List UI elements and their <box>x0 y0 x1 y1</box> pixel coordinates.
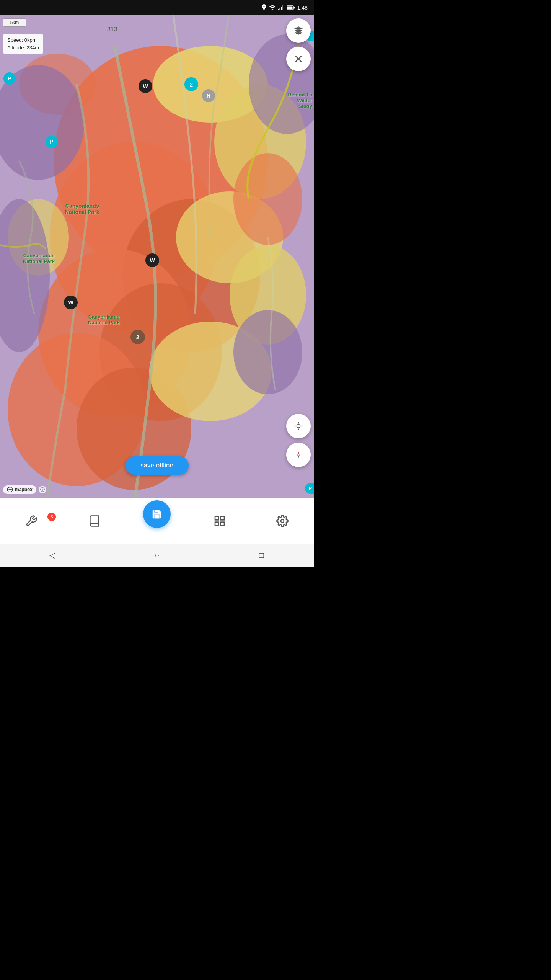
nav-item-collections[interactable] <box>188 511 251 531</box>
cluster-marker-2[interactable]: 2 <box>130 330 145 344</box>
park-marker-p-2[interactable]: P <box>46 136 58 148</box>
svg-point-23 <box>233 153 302 245</box>
bottom-nav: 3 <box>0 498 314 544</box>
tools-badge: 3 <box>47 513 56 521</box>
collections-icon <box>214 515 226 527</box>
signal-icon <box>278 5 284 10</box>
svg-rect-46 <box>215 516 218 520</box>
status-bar: 1:48 <box>0 0 314 15</box>
mapbox-text: mapbox <box>15 487 33 492</box>
compass-button[interactable] <box>286 443 311 467</box>
svg-rect-49 <box>221 522 224 525</box>
svg-marker-38 <box>297 451 300 455</box>
svg-rect-29 <box>295 30 302 31</box>
back-button[interactable]: ◁ <box>43 546 62 565</box>
svg-rect-7 <box>287 7 292 9</box>
home-button[interactable]: ○ <box>147 546 166 565</box>
close-icon <box>294 55 303 63</box>
svg-rect-2 <box>281 7 282 10</box>
attribution-info-icon[interactable]: ⓘ <box>39 486 46 493</box>
recents-icon: □ <box>259 551 264 560</box>
svg-rect-6 <box>293 7 295 9</box>
waypoint-w-2[interactable]: W <box>145 253 159 267</box>
tools-icon <box>25 515 37 527</box>
layers-button[interactable] <box>286 18 311 43</box>
svg-rect-30 <box>295 32 302 33</box>
mapbox-wheel-icon <box>7 487 13 493</box>
svg-rect-28 <box>295 28 302 29</box>
cluster-2-teal[interactable]: 2 <box>184 77 198 91</box>
waypoint-w-1[interactable]: W <box>139 79 152 93</box>
svg-point-33 <box>297 425 300 428</box>
save-fab-icon <box>151 508 163 520</box>
recents-button[interactable]: □ <box>252 546 271 565</box>
nav-item-save[interactable] <box>126 503 188 539</box>
svg-rect-48 <box>215 522 218 525</box>
nav-item-guide[interactable] <box>63 511 126 531</box>
compass-arrow-icon <box>294 450 303 459</box>
location-button[interactable] <box>286 414 311 438</box>
location-crosshair-icon <box>293 421 303 431</box>
layers-icon <box>293 26 303 36</box>
close-button[interactable] <box>286 47 311 71</box>
nav-item-tools[interactable]: 3 <box>0 511 63 531</box>
park-marker-p-1[interactable]: P <box>3 72 16 85</box>
svg-rect-4 <box>284 5 284 10</box>
waypoint-w-3[interactable]: W <box>64 296 78 309</box>
svg-rect-3 <box>282 5 283 10</box>
mapbox-logo: mapbox <box>3 485 36 494</box>
svg-point-27 <box>233 310 302 394</box>
svg-point-50 <box>281 519 284 523</box>
svg-marker-39 <box>297 455 300 458</box>
nav-item-settings[interactable] <box>251 511 314 531</box>
status-time: 1:48 <box>297 5 308 11</box>
teal-marker-edge[interactable]: P <box>305 483 314 494</box>
svg-rect-0 <box>278 9 279 10</box>
status-icons: 1:48 <box>261 4 308 11</box>
map-attribution: mapbox ⓘ <box>3 485 46 494</box>
settings-icon <box>276 515 289 527</box>
wifi-icon <box>269 5 276 10</box>
svg-rect-47 <box>221 516 224 520</box>
back-icon: ◁ <box>49 550 55 560</box>
svg-rect-1 <box>279 8 280 10</box>
center-save-fab[interactable] <box>143 500 171 528</box>
system-nav: ◁ ○ □ <box>0 544 314 567</box>
location-icon <box>261 4 267 11</box>
guide-icon <box>88 515 100 527</box>
map-container[interactable]: 5km Speed: 0kph Altitude: 234m 313 Canyo… <box>0 15 314 498</box>
home-icon: ○ <box>155 551 159 560</box>
svg-point-41 <box>9 489 11 490</box>
gray-marker-n[interactable]: N <box>202 89 215 102</box>
battery-icon <box>287 5 295 10</box>
